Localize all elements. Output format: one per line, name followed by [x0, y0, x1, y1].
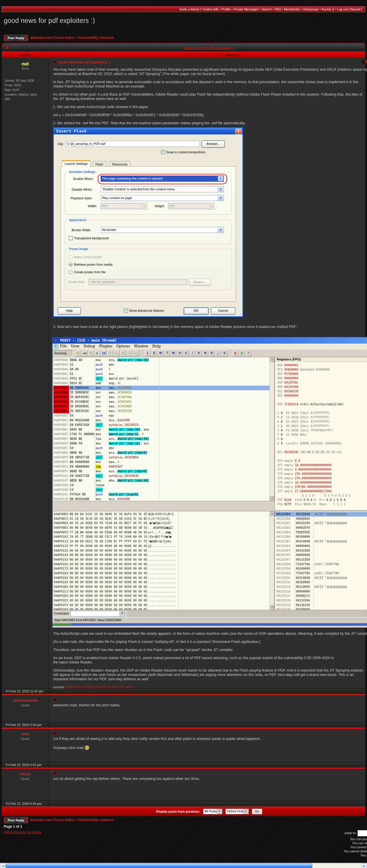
stack-row[interactable]: 0013CDE800160000 — [275, 534, 367, 539]
scrollbar-thumb[interactable] — [5, 863, 312, 868]
breadcrumb-index-link[interactable]: darkode.com Forum Index — [30, 818, 74, 822]
scroll-down-icon[interactable]: ▼ — [270, 605, 274, 610]
playback-style-select[interactable]: Play content on page▼ — [101, 195, 224, 201]
hexdump-row[interactable]: 04AF01F300 00 00 0000 00 00 0000 00 00 0… — [53, 603, 270, 608]
hexdump-row[interactable]: 04AF01B300 00 00 0000 00 00 0000 00 00 0… — [53, 585, 270, 589]
go-button[interactable]: Go — [252, 809, 262, 814]
chevron-down-icon[interactable]: ▼ — [244, 809, 248, 814]
scroll-down-icon[interactable]: ▼ — [270, 496, 274, 501]
toolbar-icon[interactable]: ▩ — [239, 350, 245, 356]
stack-row[interactable]: 0013CE0400160000 — [275, 566, 367, 571]
toolbar-button-C[interactable]: C — [183, 350, 189, 356]
stack-row[interactable]: 0013CE14001C8050ASCII "拾拾拾拾拾拾拾 — [275, 585, 367, 589]
create-poster-radio[interactable] — [69, 270, 73, 274]
disasm-row[interactable]: 04AF00FAE9 08000000jmp04AF0107 — [53, 464, 270, 469]
stack-row[interactable]: 0013CDD4001C8048ASCII "拾拾拾拾拾拾拾 — [275, 512, 367, 517]
disasm-row[interactable]: 04AF00F0E8 5B5A772Bcallauthplay.30265B50 — [53, 455, 270, 460]
breadcrumb-section-link[interactable]: Vulnerability research — [78, 36, 114, 40]
stack-row[interactable]: 0013CDF40013CEE0 — [275, 549, 367, 553]
disasm-row[interactable]: 04AF00A952pushedx — [53, 363, 270, 367]
posts-filter-select[interactable]: All Posts▼ — [203, 809, 223, 814]
toolbar-icon[interactable]: ⤵ — [107, 350, 113, 356]
hexdump-row[interactable]: 04AF015300 00 00 0000 00 00 0000 00 00 0… — [53, 557, 270, 562]
post-icon[interactable] — [53, 60, 56, 63]
disasm-row[interactable]: 04AF00BD35 6AF4593Cxoreax, 3C59F46A — [53, 395, 270, 400]
ollydbg-title-bar[interactable]: PEDIY - [ICE - main thread] — [53, 337, 367, 344]
hexdump-row[interactable]: 04AF01A300 00 00 0000 00 00 0000 00 00 0… — [53, 580, 270, 585]
disasm-row[interactable]: 04AF00FF8B4D 08movecx, dword ptr [ebp+8] — [53, 469, 270, 474]
chevron-down-icon[interactable]: ▼ — [217, 809, 222, 814]
disasm-row[interactable]: 04AF0102E8 2945772Bcallauthplay.30264630 — [53, 474, 270, 478]
hexdump-row[interactable]: 04AF010329 45 77 2B8B 5D B8 C9C3 FF 74 2… — [53, 534, 270, 539]
hexdump-row[interactable]: 04AF014300 00 00 0000 00 00 0000 00 00 0… — [53, 553, 270, 557]
menu-item-help[interactable]: Help — [152, 344, 161, 348]
transparent-checkbox[interactable] — [69, 236, 73, 240]
toolbar-icon[interactable]: ✕ — [88, 350, 94, 356]
disasm-row[interactable]: 04AF00ADFF51 0Ccalldword ptr [ecx+C] — [53, 376, 270, 381]
hexdump-row[interactable]: 04AF00C301 C8 90 3C35 D9 30 903C 35 5B 5… — [53, 517, 270, 521]
toolbar-icon[interactable]: ▶ — [94, 350, 101, 356]
stack-row[interactable]: 0013CE200013CD94 — [275, 598, 367, 603]
disasm-row[interactable]: 04AF00D150pusheax — [53, 413, 270, 418]
disasm-row[interactable]: 04AF00E68D4D B0leaecx, dword ptr [ebp-50… — [53, 437, 270, 441]
post-icon[interactable] — [53, 698, 56, 701]
hexdump-row[interactable]: 04AF01D300 00 00 0000 00 00 0000 00 00 0… — [53, 594, 270, 598]
retrieve-poster-radio[interactable] — [69, 263, 73, 267]
help-button[interactable]: Help — [58, 307, 81, 315]
top-nav-bar[interactable]: Invite a friend (7 invites left) • Profi… — [2, 6, 365, 12]
disasm-row[interactable]: 04AF00B3B8 D9D0543Cmoveax, 3C54D0D9 — [53, 385, 270, 390]
hexdump-row[interactable]: 04AF00F377 2B B8 0400 00 00 E908 00 00 0… — [53, 530, 270, 535]
command-input[interactable]: ▼ — [70, 611, 125, 617]
breadcrumb-index-link[interactable]: darkode.com Forum Index — [30, 36, 74, 40]
stack-row[interactable]: 0013CDDC001C8290ASCII "拾拾拾拾拾拾拾 — [275, 521, 367, 526]
disasm-row[interactable]: 04AF00C735 D930903Cxoreax, 3C9030D9 — [53, 404, 270, 409]
toolbar-icon[interactable]: ⇥ — [126, 350, 132, 356]
toolbar-icon[interactable]: ◀◀ — [82, 350, 88, 356]
post-reply-button[interactable]: Post Reply — [4, 817, 28, 824]
disasm-row[interactable]: 04AF0110B9 00102A08movecx, 82A1000 — [53, 497, 270, 501]
post-icon[interactable] — [53, 772, 56, 775]
hexdump-row[interactable]: 04AF0123FF FF 00 0000 00 00 0000 00 00 0… — [53, 544, 270, 549]
hexdump-row[interactable]: 04AF017300 00 00 0000 00 00 0000 00 00 0… — [53, 566, 270, 571]
chevron-down-icon[interactable]: ▼ — [119, 611, 124, 616]
toolbar-icon[interactable]: ? — [245, 350, 251, 356]
breadcrumb[interactable]: darkode.com Forum Index » Vulnerability … — [30, 36, 114, 40]
scroll-up-icon[interactable]: ▲ — [270, 512, 274, 516]
width-stepper[interactable] — [142, 203, 147, 210]
snap-checkbox[interactable]: ✓ — [161, 150, 165, 154]
toolbar-icon[interactable]: ↧ — [120, 350, 126, 356]
close-icon[interactable]: X — [235, 129, 242, 134]
username-link[interactable]: mafi — [22, 62, 29, 66]
toolbar-button-M[interactable]: M — [158, 350, 164, 356]
dialog-title-bar[interactable]: Insert Flash — [54, 128, 243, 134]
breadcrumb[interactable]: darkode.com Forum Index » Vulnerability … — [30, 818, 114, 822]
menu-item-options[interactable]: Options — [116, 344, 130, 348]
disasm-row[interactable]: 04AF00A68B4D A8movecx, dword ptr [ebp-58… — [53, 358, 270, 363]
stack-row[interactable]: 0013CE240013D150 — [275, 603, 367, 608]
height-stepper[interactable] — [210, 203, 215, 210]
scroll-left-icon[interactable]: ◀ — [0, 863, 5, 868]
disasm-row[interactable]: 04AF00ED8B4D 08movecx, dword ptr [ebp+8] — [53, 451, 270, 455]
stack-row[interactable]: 0013CDF000000000 — [275, 544, 367, 549]
file-input[interactable]: C:\jit_spraying_in_PDF.swf — [66, 141, 200, 147]
toolbar-button-H[interactable]: H — [177, 350, 183, 356]
post-reply-button[interactable]: Post Reply — [4, 35, 28, 41]
username[interactable]: JohnHoodinllle — [13, 699, 38, 703]
registers-pane[interactable]: Registers (FPU) EAX 00000003ECX 05848060… — [275, 357, 367, 510]
poster-browse-button[interactable]: Browse... — [189, 279, 211, 286]
scroll-right-icon[interactable]: ▶ — [362, 863, 367, 868]
disasm-scrollbar[interactable]: ▲ ▼ — [270, 357, 274, 501]
menu-item-debug[interactable]: Debug — [84, 344, 95, 348]
hexdump-row[interactable]: 04AF013300 00 00 0000 00 00 0000 00 00 0… — [53, 549, 270, 553]
username[interactable]: eth0 — [22, 732, 29, 736]
disasm-row[interactable]: 04AF00DFC745 FC 000000movdword ptr [ebp-… — [53, 432, 270, 437]
scroll-up-icon[interactable]: ▲ — [270, 358, 274, 362]
window-icon[interactable]: C — [54, 344, 59, 349]
disasm-row[interactable]: 04AF00AC51pushecx — [53, 372, 270, 376]
hexdump-pane[interactable]: 04AF00B3B8 D9 D0 543C 35 58 9090 3C 35 6… — [53, 511, 275, 610]
stack-row[interactable]: 0013CDD800000000 — [275, 517, 367, 521]
ok-button[interactable]: OK — [184, 307, 208, 315]
disassembly-pane[interactable]: 04AF00A68B4D A8movecx, dword ptr [ebp-58… — [53, 357, 275, 501]
toolbar-button-R[interactable]: R — [208, 350, 215, 356]
disasm-row[interactable]: 04AF00E9894D F0movdword ptr [ebp-10], ec… — [53, 441, 270, 446]
